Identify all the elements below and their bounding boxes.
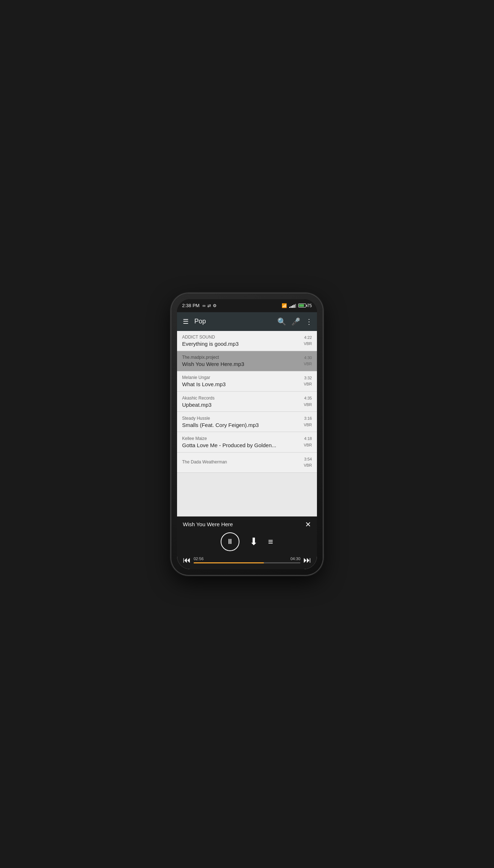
progress-bar-background[interactable]	[194, 562, 300, 563]
next-button[interactable]: ⏭	[303, 555, 311, 565]
track-duration: 4:35	[304, 395, 312, 402]
track-quality: VBR	[304, 462, 312, 469]
battery-text: 75	[307, 303, 312, 308]
track-duration: 4:18	[304, 436, 312, 442]
track-item[interactable]: Kellee Maize Gotta Love Me - Produced by…	[177, 432, 317, 452]
track-info: Steady Hussle Smalls (Feat. Cory Feigen)…	[182, 416, 304, 428]
status-left: 2:38 PM ∞ ⇄ ⚙	[182, 303, 217, 308]
player-controls: ⏸ ⬇ ≡	[183, 532, 311, 551]
track-info: The.madpix.project Wish You Were Here.mp…	[182, 355, 304, 367]
track-item[interactable]: ADDICT SOUND Everything is good.mp3 4:22…	[177, 331, 317, 351]
top-bar-title: Pop	[194, 318, 273, 325]
signal-bar-2	[291, 306, 292, 308]
current-time: 02:56	[194, 557, 204, 561]
player-now-playing: Wish You Were Here	[183, 521, 233, 527]
track-info: Melanie Ungar What Is Love.mp3	[182, 375, 304, 387]
track-quality: VBR	[304, 341, 312, 347]
track-title: Wish You Were Here.mp3	[182, 361, 304, 367]
track-info: Kellee Maize Gotta Love Me - Produced by…	[182, 436, 304, 448]
track-quality: VBR	[304, 442, 312, 449]
battery-fill	[299, 304, 304, 307]
infinity-icon: ∞	[202, 303, 206, 308]
track-artist: Akashic Records	[182, 396, 304, 401]
phone-frame: 2:38 PM ∞ ⇄ ⚙ 📶	[171, 293, 323, 575]
signal-bar-3	[292, 305, 293, 308]
track-quality: VBR	[304, 361, 312, 367]
track-item[interactable]: The Dada Weatherman 3:54 VBR	[177, 453, 317, 473]
track-quality: VBR	[304, 422, 312, 428]
more-options-icon[interactable]: ⋮	[305, 317, 313, 326]
status-right: 📶 75	[282, 303, 312, 308]
microphone-icon[interactable]: 🎤	[291, 317, 300, 326]
signal-bar-4	[294, 305, 295, 308]
signal-bar-1	[289, 307, 290, 308]
track-quality: VBR	[304, 381, 312, 388]
phone-screen: 2:38 PM ∞ ⇄ ⚙ 📶	[177, 299, 317, 569]
status-time: 2:38 PM	[182, 303, 199, 308]
track-list: ADDICT SOUND Everything is good.mp3 4:22…	[177, 331, 317, 516]
progress-bar-fill	[194, 562, 264, 563]
battery-icon	[298, 304, 306, 307]
track-artist: Melanie Ungar	[182, 375, 304, 380]
track-meta: 3:32 VBR	[304, 375, 312, 388]
track-artist: The.madpix.project	[182, 355, 304, 360]
top-bar: ☰ Pop 🔍 🎤 ⋮	[177, 312, 317, 331]
track-duration: 4:22	[304, 335, 312, 341]
track-title: Everything is good.mp3	[182, 341, 304, 347]
track-meta: 4:35 VBR	[304, 395, 312, 408]
track-meta: 4:30 VBR	[304, 355, 312, 367]
track-artist: ADDICT SOUND	[182, 335, 304, 340]
wifi-icon: 📶	[282, 303, 287, 308]
top-bar-actions: 🔍 🎤 ⋮	[277, 317, 313, 326]
track-duration: 4:30	[304, 355, 312, 361]
download-button[interactable]: ⬇	[250, 536, 258, 548]
track-meta: 4:22 VBR	[304, 335, 312, 347]
track-title: Upbeat.mp3	[182, 402, 304, 408]
track-meta: 4:18 VBR	[304, 436, 312, 448]
track-info: The Dada Weatherman	[182, 459, 304, 466]
content-area: ADDICT SOUND Everything is good.mp3 4:22…	[177, 331, 317, 569]
battery-container: 75	[298, 303, 312, 308]
progress-times: 02:56 04:30	[194, 557, 300, 561]
track-title: Gotta Love Me - Produced by Golden...	[182, 442, 304, 448]
track-item[interactable]: Steady Hussle Smalls (Feat. Cory Feigen)…	[177, 412, 317, 432]
track-duration: 3:54	[304, 456, 312, 463]
progress-section: ⏮ 02:56 04:30 ⏭	[183, 555, 311, 565]
player-top: Wish You Were Here ✕	[183, 520, 311, 529]
track-title: Smalls (Feat. Cory Feigen).mp3	[182, 422, 304, 428]
pause-button[interactable]: ⏸	[221, 532, 239, 551]
queue-button[interactable]: ≡	[268, 537, 273, 547]
prev-button[interactable]: ⏮	[183, 555, 191, 565]
search-icon[interactable]: 🔍	[277, 317, 286, 326]
signal-bar-5	[295, 304, 296, 308]
track-info: ADDICT SOUND Everything is good.mp3	[182, 335, 304, 347]
track-duration: 3:16	[304, 415, 312, 422]
status-icons: ∞ ⇄ ⚙	[202, 303, 217, 308]
total-time: 04:30	[290, 557, 300, 561]
track-item[interactable]: Melanie Ungar What Is Love.mp3 3:32 VBR	[177, 371, 317, 392]
track-title: What Is Love.mp3	[182, 381, 304, 387]
track-artist: Steady Hussle	[182, 416, 304, 421]
track-meta: 3:16 VBR	[304, 415, 312, 428]
track-artist: Kellee Maize	[182, 436, 304, 441]
status-bar: 2:38 PM ∞ ⇄ ⚙ 📶	[177, 299, 317, 312]
track-item[interactable]: The.madpix.project Wish You Were Here.mp…	[177, 351, 317, 371]
menu-icon[interactable]: ☰	[181, 316, 190, 327]
track-artist: The Dada Weatherman	[182, 459, 304, 464]
player-close-button[interactable]: ✕	[305, 520, 311, 529]
track-meta: 3:54 VBR	[304, 456, 312, 469]
signal-bars	[289, 304, 296, 308]
progress-wrapper: 02:56 04:30	[194, 557, 300, 563]
player-bar: Wish You Were Here ✕ ⏸ ⬇ ≡ ⏮ 02:56 04:30	[177, 516, 317, 569]
usb-icon: ⇄	[207, 303, 211, 308]
sync-icon: ⚙	[213, 303, 217, 308]
track-quality: VBR	[304, 402, 312, 408]
track-duration: 3:32	[304, 375, 312, 381]
track-item[interactable]: Akashic Records Upbeat.mp3 4:35 VBR	[177, 392, 317, 412]
track-info: Akashic Records Upbeat.mp3	[182, 396, 304, 408]
